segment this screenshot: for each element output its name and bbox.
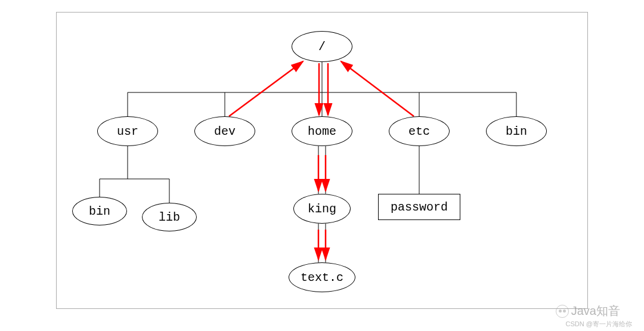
node-dev: dev	[194, 116, 255, 146]
node-etc: etc	[389, 116, 450, 146]
watermark-csdn-text: CSDN @寄一片海给你	[566, 320, 632, 327]
node-textc-label: text.c	[301, 271, 343, 284]
node-bin-top: bin	[486, 116, 547, 146]
node-bin-top-label: bin	[506, 125, 527, 138]
node-password-label: password	[391, 200, 448, 214]
node-lib: lib	[142, 203, 197, 231]
node-home: home	[292, 116, 352, 146]
node-bin-child-label: bin	[89, 205, 110, 218]
node-etc-label: etc	[408, 125, 430, 138]
watermark-java: Java知音	[556, 303, 620, 319]
node-root: /	[292, 31, 352, 62]
node-root-label: /	[318, 40, 326, 54]
node-home-label: home	[308, 125, 336, 138]
node-usr-label: usr	[117, 125, 138, 138]
node-king-label: king	[308, 202, 336, 216]
node-password: password	[378, 194, 460, 220]
node-usr: usr	[97, 116, 158, 146]
node-bin-child: bin	[72, 197, 127, 225]
watermark-csdn: CSDN @寄一片海给你	[566, 320, 632, 329]
watermark-java-text: Java知音	[571, 303, 620, 319]
wechat-icon	[556, 305, 569, 318]
svg-line-16	[229, 61, 303, 116]
svg-line-17	[341, 61, 414, 116]
node-textc: text.c	[289, 262, 355, 292]
node-king: king	[293, 194, 351, 224]
node-dev-label: dev	[214, 125, 236, 138]
node-lib-label: lib	[159, 211, 180, 224]
